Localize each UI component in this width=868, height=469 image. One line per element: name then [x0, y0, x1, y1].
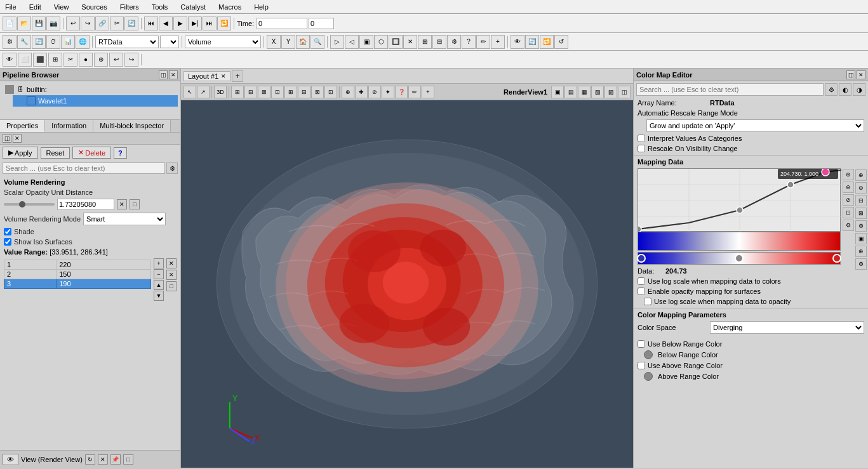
vp-arrow-btn[interactable]: ↖ — [184, 86, 196, 98]
props-search-gear[interactable]: ⚙ — [166, 162, 178, 174]
tree-item-builtin[interactable]: 🗄 builtin: — [3, 84, 178, 95]
cme-log-opacity-checkbox[interactable] — [644, 298, 651, 305]
render3-btn[interactable]: ↺ — [554, 35, 568, 49]
curve-btn4[interactable]: ⊡ — [843, 207, 854, 218]
cme-above-color-swatch[interactable] — [644, 372, 653, 381]
props-search-input[interactable] — [3, 162, 165, 174]
select-grow-btn[interactable]: ⊞ — [418, 35, 432, 49]
tb2-btn6[interactable]: 🌐 — [76, 35, 90, 49]
pipeline-undock-btn[interactable]: ◫ — [159, 70, 168, 79]
cme-undock-btn[interactable]: ◫ — [846, 70, 855, 79]
vp-select-btn[interactable]: ↗ — [197, 86, 210, 98]
tab-properties[interactable]: Properties — [0, 120, 45, 132]
vp-cam4-btn[interactable]: ✦ — [382, 86, 394, 98]
menu-tools[interactable]: Tools — [149, 2, 171, 12]
refresh-btn[interactable]: 🔄 — [124, 17, 138, 30]
vp-orient-btn[interactable]: ⊞ — [231, 86, 244, 98]
time-frame-input[interactable] — [309, 18, 334, 29]
grad-btn5[interactable]: ⚙ — [855, 220, 867, 232]
slider-mid-handle[interactable] — [735, 254, 744, 263]
grad-btn4[interactable]: ⊠ — [855, 208, 867, 219]
iso-extra1-btn[interactable]: ✕ — [166, 258, 177, 268]
help-button[interactable]: ? — [114, 147, 127, 159]
tb2-btn3[interactable]: 🔄 — [32, 35, 46, 49]
menu-filters[interactable]: Filters — [117, 2, 142, 12]
scalar-opacity-slider[interactable] — [4, 203, 55, 206]
builtin-eye-icon[interactable] — [5, 85, 14, 94]
vp-3d-btn[interactable]: 3D — [214, 86, 227, 98]
menu-sources[interactable]: Sources — [79, 2, 109, 12]
vp-cam6-btn[interactable]: ✏ — [408, 86, 421, 98]
vp-layout2-btn[interactable]: ▤ — [564, 86, 577, 98]
iso-row-3[interactable]: 3 190 — [4, 279, 151, 289]
select-options-btn[interactable]: ⚙ — [447, 35, 461, 49]
slider-bar[interactable] — [638, 252, 841, 265]
camera-orient1-btn[interactable]: 👁 — [511, 35, 524, 49]
render2-btn[interactable]: 🔁 — [540, 35, 554, 49]
source-select[interactable]: RTData — [95, 36, 159, 48]
tb2-btn5[interactable]: 📊 — [61, 35, 75, 49]
prev-frame-btn[interactable]: ◀ — [159, 17, 173, 30]
view-pin-btn[interactable]: 📌 — [110, 454, 121, 465]
delete-button[interactable]: ✕ Delete — [72, 147, 111, 159]
grid-btn[interactable]: ⊞ — [48, 53, 62, 67]
vp-layout1-btn[interactable]: ▣ — [551, 86, 564, 98]
grad-btn7[interactable]: ⊕ — [855, 246, 867, 257]
cme-opacity-mapping-checkbox[interactable] — [638, 287, 645, 295]
tb2-btn2[interactable]: 🔧 — [17, 35, 31, 49]
scalar-opacity-extra-btn[interactable]: □ — [130, 199, 140, 209]
opacity-curve-area[interactable]: 204.730: 1.000 ⊕ ⊖ ⊘ ⊡ ⚙ — [638, 168, 841, 232]
scalar-opacity-clear-btn[interactable]: ✕ — [117, 199, 127, 209]
pipeline-close-btn[interactable]: ✕ — [169, 70, 178, 79]
cme-below-color-swatch[interactable] — [644, 350, 653, 359]
select-surface-btn[interactable]: ▷ — [330, 35, 344, 49]
mesh-btn[interactable]: ⬛ — [33, 53, 47, 67]
clip-btn[interactable]: ✂ — [63, 53, 77, 67]
vp-orient4-btn[interactable]: ⊡ — [271, 86, 284, 98]
viewport-3d[interactable]: Y X Z — [181, 100, 633, 468]
cme-btn2[interactable]: ◐ — [839, 83, 851, 96]
select-box-btn[interactable]: ▣ — [359, 35, 373, 49]
vp-layout5-btn[interactable]: ▨ — [604, 86, 617, 98]
vp-cam5-btn[interactable]: ❓ — [395, 86, 408, 98]
iso-up-btn[interactable]: ▲ — [154, 280, 164, 290]
scalar-opacity-input[interactable] — [57, 199, 114, 210]
vp-orient3-btn[interactable]: ⊠ — [258, 86, 270, 98]
undo-btn[interactable]: ↩ — [66, 17, 80, 30]
query-btn[interactable]: ? — [462, 35, 476, 49]
next-frame-btn[interactable]: ▶| — [188, 17, 202, 30]
iso-down-btn[interactable]: ▼ — [154, 291, 164, 301]
cme-color-space-select[interactable]: Diverging — [710, 321, 864, 334]
vp-cam7-btn[interactable]: + — [422, 86, 434, 98]
vp-layout4-btn[interactable]: ▧ — [591, 86, 604, 98]
cme-rescale-visibility-checkbox[interactable] — [638, 145, 645, 152]
rendering-mode-select[interactable]: Smart — [83, 213, 166, 225]
iso-extra2-btn[interactable]: ✕ — [166, 270, 177, 280]
vp-undock-btn[interactable]: ◫ — [618, 86, 631, 98]
eye-btn[interactable]: 👁 — [3, 53, 17, 67]
screenshot-btn[interactable]: 📷 — [46, 17, 60, 30]
menu-view[interactable]: View — [51, 2, 72, 12]
slider-left-handle[interactable] — [637, 254, 646, 263]
annotate-btn[interactable]: ✏ — [476, 35, 490, 49]
iso-surfaces-checkbox[interactable] — [4, 238, 11, 246]
menu-catalyst[interactable]: Catalyst — [178, 2, 208, 12]
save-btn[interactable]: 💾 — [32, 17, 46, 30]
redo-btn[interactable]: ↪ — [81, 17, 95, 30]
time-input[interactable] — [257, 18, 307, 29]
camera-zoom-btn[interactable]: 🔍 — [310, 35, 324, 49]
tab-information[interactable]: Information — [45, 120, 93, 132]
first-frame-btn[interactable]: ⏮ — [144, 17, 158, 30]
vp-orient2-btn[interactable]: ⊟ — [244, 86, 257, 98]
source-extra-select[interactable] — [160, 36, 179, 48]
menu-edit[interactable]: Edit — [27, 2, 44, 12]
vp-cam2-btn[interactable]: ✚ — [355, 86, 368, 98]
layout-tab-1[interactable]: Layout #1 ✕ — [184, 71, 230, 81]
iso-add-btn[interactable]: + — [154, 258, 164, 268]
wavelet1-eye-icon[interactable] — [15, 96, 24, 105]
iso-extra3-btn[interactable]: □ — [166, 281, 177, 291]
cme-gear-btn[interactable]: ⚙ — [825, 83, 838, 96]
redo2-btn[interactable]: ↪ — [124, 53, 138, 67]
undo2-btn[interactable]: ↩ — [109, 53, 123, 67]
cme-below-range-checkbox[interactable] — [638, 340, 645, 348]
